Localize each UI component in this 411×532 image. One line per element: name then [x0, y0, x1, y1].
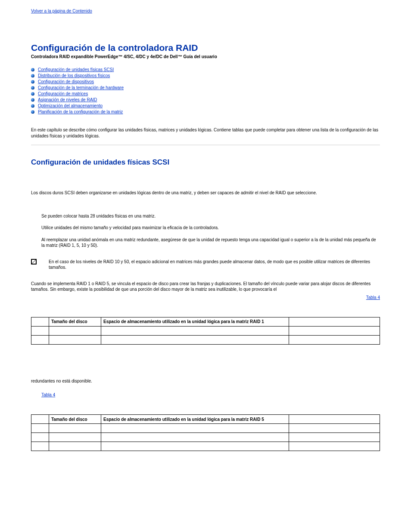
toc-link[interactable]: Distribución de los dispositivos físicos [38, 73, 110, 78]
table-cell [31, 433, 49, 442]
table-cell [49, 442, 101, 451]
table-cell [31, 326, 49, 335]
bullet-icon [31, 74, 34, 78]
table-header: Tamaño del disco [49, 317, 101, 326]
toc-link[interactable]: Configuración de unidades físicas SCSI [38, 67, 114, 72]
toc-item: Distribución de los dispositivos físicos [31, 73, 380, 78]
table-header: Tamaño del disco [49, 415, 101, 424]
bullet-text: Utilice unidades del mismo tamaño y velo… [41, 225, 380, 231]
bullet-icon [31, 98, 34, 102]
table-header-row: Tamaño del disco Espacio de almacenamien… [31, 415, 380, 424]
bullet-block: Se pueden colocar hasta 28 unidades físi… [41, 213, 380, 249]
table-cell [49, 433, 101, 442]
table-link[interactable]: Tabla 4 [366, 295, 380, 300]
table-cell [289, 433, 380, 442]
back-to-contents-link[interactable]: Volver a la página de Contenido [31, 9, 92, 13]
table-row [31, 433, 380, 442]
table-header [289, 415, 380, 424]
table-cell [31, 335, 49, 344]
table-header [31, 317, 49, 326]
table-cell [101, 442, 289, 451]
toc-item: Asignación de niveles de RAID [31, 97, 380, 102]
table-cell [49, 335, 101, 344]
body-paragraph: redundantes no está disponible. [31, 378, 380, 384]
toc-link[interactable]: Configuración de dispositivos [38, 79, 94, 84]
table-cell [101, 424, 289, 433]
table-header [289, 317, 380, 326]
table-cell [31, 442, 49, 451]
body-paragraph: Los discos duros SCSI deben organizarse … [31, 190, 380, 196]
table-cell [101, 433, 289, 442]
section-divider [31, 145, 380, 145]
page-container: Volver a la página de Contenido Configur… [31, 0, 380, 477]
bullet-icon [31, 80, 34, 84]
bullet-icon [31, 104, 34, 108]
note-block: En el caso de los niveles de RAID 10 y 5… [31, 259, 380, 271]
table-header: Espacio de almacenamiento utilizado en l… [101, 415, 289, 424]
toc-item: Configuración de dispositivos [31, 79, 380, 84]
toc-link[interactable]: Configuración de matrices [38, 91, 88, 96]
toc-item: Planificación de la configuración de la … [31, 109, 380, 114]
table-cell [31, 424, 49, 433]
table-cell [101, 335, 289, 344]
note-icon [31, 259, 37, 264]
bullet-icon [31, 68, 34, 72]
toc-link[interactable]: Planificación de la configuración de la … [38, 109, 123, 114]
table-header [31, 415, 49, 424]
table-cell [49, 326, 101, 335]
intro-paragraph: En este capítulo se describe cómo config… [31, 127, 380, 139]
raid5-table: Tamaño del disco Espacio de almacenamien… [31, 414, 380, 451]
raid1-table: Tamaño del disco Espacio de almacenamien… [31, 317, 380, 345]
page-title: Configuración de la controladora RAID [31, 43, 380, 53]
table-row [31, 424, 380, 433]
table-ref-left: Tabla 4 [41, 392, 380, 397]
toc-item: Optimización del almacenamiento [31, 103, 380, 108]
table-of-contents: Configuración de unidades físicas SCSI D… [31, 67, 380, 114]
bullet-text: Al reemplazar una unidad anómala en una … [41, 237, 380, 249]
table-header-row: Tamaño del disco Espacio de almacenamien… [31, 317, 380, 326]
toc-link[interactable]: Configuración de la terminación de hardw… [38, 85, 124, 90]
section-heading: Configuración de unidades físicas SCSI [31, 158, 380, 167]
table-cell [101, 326, 289, 335]
bullet-icon [31, 92, 34, 96]
toc-link[interactable]: Optimización del almacenamiento [38, 103, 103, 108]
table-cell [49, 424, 101, 433]
table-cell [289, 335, 380, 344]
table-cell [289, 424, 380, 433]
toc-item: Configuración de matrices [31, 91, 380, 96]
table-row [31, 442, 380, 451]
toc-item: Configuración de unidades físicas SCSI [31, 67, 380, 72]
note-text: En el caso de los niveles de RAID 10 y 5… [49, 259, 380, 271]
table-cell [289, 442, 380, 451]
body-paragraph: Cuando se implementa RAID 1 o RAID 5, se… [31, 281, 380, 292]
bullet-icon [31, 86, 34, 90]
table-header: Espacio de almacenamiento utilizado en l… [101, 317, 289, 326]
table-cell [289, 326, 380, 335]
bullet-text: Se pueden colocar hasta 28 unidades físi… [41, 213, 380, 219]
page-subtitle: Controladora RAID expandible PowerEdge™ … [31, 54, 380, 59]
toc-item: Configuración de la terminación de hardw… [31, 85, 380, 90]
top-nav: Volver a la página de Contenido [31, 9, 380, 13]
table-row [31, 335, 380, 344]
table-link[interactable]: Tabla 4 [41, 392, 55, 397]
table-ref-right: Tabla 4 [31, 295, 380, 300]
bullet-icon [31, 110, 34, 114]
table-row [31, 326, 380, 335]
toc-link[interactable]: Asignación de niveles de RAID [38, 97, 97, 102]
